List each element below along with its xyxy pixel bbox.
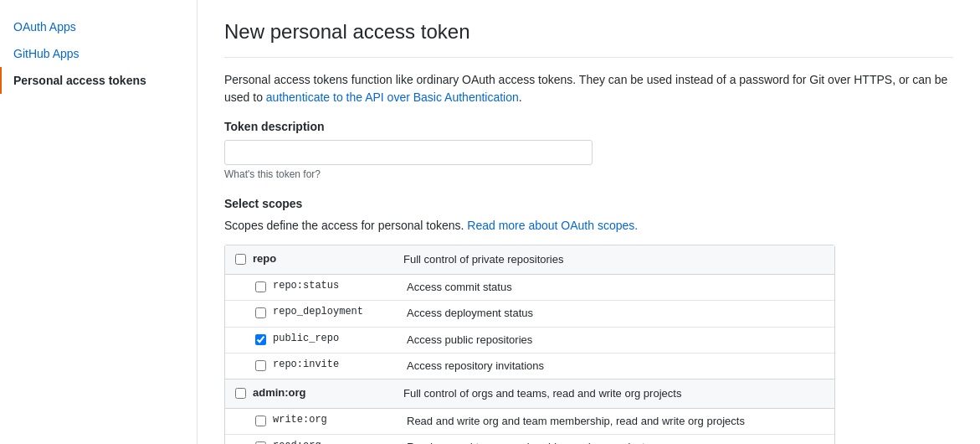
scope-desc-write-org: Read and write org and team membership, … (407, 414, 745, 429)
scope-desc-public-repo: Access public repositories (407, 333, 532, 348)
token-description-hint: What's this token for? (224, 168, 953, 180)
scopes-section: Select scopes Scopes define the access f… (224, 197, 953, 444)
scope-desc-repo-invite: Access repository invitations (407, 359, 544, 374)
scopes-desc-prefix: Scopes define the access for personal to… (224, 219, 467, 232)
token-description-input[interactable] (224, 140, 593, 165)
checkbox-public-repo[interactable] (255, 334, 266, 345)
description-link[interactable]: authenticate to the API over Basic Authe… (266, 90, 519, 104)
scope-name-read-org[interactable]: read:org (273, 440, 407, 444)
scope-name-public-repo[interactable]: public_repo (273, 333, 407, 344)
scopes-desc-link[interactable]: Read more about OAuth scopes. (467, 219, 638, 232)
scope-group-repo: repo Full control of private repositorie… (225, 245, 834, 275)
checkbox-admin-org[interactable] (235, 388, 246, 399)
checkbox-repo[interactable] (235, 254, 246, 265)
scopes-table: repo Full control of private repositorie… (224, 245, 835, 444)
checkbox-repo-invite[interactable] (255, 360, 266, 371)
select-scopes-label: Select scopes (224, 197, 953, 210)
scope-desc-repo: Full control of private repositories (403, 252, 563, 267)
scopes-description: Scopes define the access for personal to… (224, 217, 953, 235)
scope-group-admin-org: admin:org Full control of orgs and teams… (225, 379, 834, 409)
checkbox-write-org[interactable] (255, 416, 266, 426)
checkbox-repo-deployment[interactable] (255, 307, 266, 318)
scope-name-repo[interactable]: repo (253, 252, 403, 265)
scope-name-repo-invite[interactable]: repo:invite (273, 359, 407, 370)
scope-desc-read-org: Read org and team membership, read org p… (407, 440, 650, 444)
intro-description: Personal access tokens function like ord… (224, 71, 953, 106)
scope-name-repo-deployment[interactable]: repo_deployment (273, 306, 407, 318)
sidebar: OAuth AppsGitHub AppsPersonal access tok… (0, 0, 198, 444)
sidebar-item-personal-access-tokens[interactable]: Personal access tokens (0, 67, 197, 94)
main-content: New personal access token Personal acces… (198, 0, 980, 444)
scope-row-repo-status: repo:status Access commit status (225, 275, 834, 301)
scope-desc-repo-deployment: Access deployment status (407, 306, 533, 321)
page-title: New personal access token (224, 20, 953, 58)
scope-row-read-org: read:org Read org and team membership, r… (225, 435, 834, 444)
description-suffix: . (519, 90, 522, 104)
scope-name-write-org[interactable]: write:org (273, 414, 407, 426)
scope-row-public-repo: public_repo Access public repositories (225, 328, 834, 354)
scope-desc-admin-org: Full control of orgs and teams, read and… (403, 386, 681, 401)
scope-row-write-org: write:org Read and write org and team me… (225, 409, 834, 435)
scope-row-repo-deployment: repo_deployment Access deployment status (225, 301, 834, 327)
scope-name-repo-status[interactable]: repo:status (273, 280, 407, 292)
sidebar-item-github-apps[interactable]: GitHub Apps (0, 40, 197, 67)
scope-desc-repo-status: Access commit status (407, 280, 512, 295)
sidebar-item-oauth-apps[interactable]: OAuth Apps (0, 13, 197, 40)
scope-name-admin-org[interactable]: admin:org (253, 386, 403, 399)
checkbox-repo-status[interactable] (255, 281, 266, 292)
token-description-label: Token description (224, 120, 953, 133)
scope-row-repo-invite: repo:invite Access repository invitation… (225, 354, 834, 379)
